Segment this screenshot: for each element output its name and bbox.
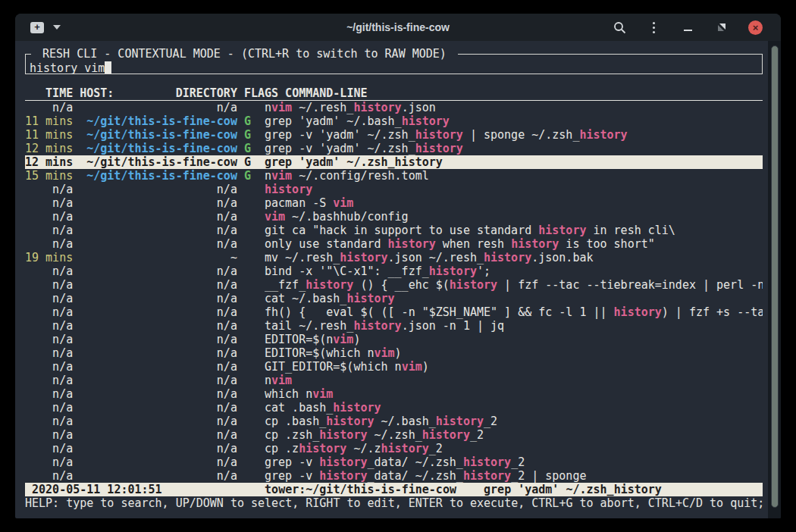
- row-time: n/a: [25, 292, 73, 305]
- history-row[interactable]: n/an/acp .bash_history ~/.bash_history_2: [25, 415, 763, 428]
- row-time: n/a: [25, 319, 73, 333]
- row-time: n/a: [25, 237, 73, 251]
- new-tab-terminal-icon[interactable]: [30, 22, 44, 33]
- status-command: grep 'yadm' ~/.zsh_history: [484, 483, 662, 496]
- history-row[interactable]: n/an/avim ~/.bashhub/config: [25, 210, 763, 224]
- row-command: fh() { eval $( ([ -n "$ZSH_NAME" ] && fc…: [265, 305, 763, 319]
- row-flags: [244, 101, 251, 114]
- row-time: n/a: [25, 305, 73, 319]
- header-directory: DIRECTORY: [176, 86, 237, 100]
- history-row[interactable]: 11 mins~/git/this-is-fine-cowGgrep -v 'y…: [25, 128, 763, 142]
- row-time: 12 mins: [25, 142, 73, 155]
- row-directory: ~/git/this-is-fine-cow: [80, 142, 237, 155]
- history-row[interactable]: n/an/acp .zhistory ~/.zhistory_2: [25, 442, 763, 455]
- row-time: 11 mins: [25, 114, 73, 128]
- history-row[interactable]: n/an/aEDITOR=$(which nvim): [25, 346, 763, 360]
- history-row[interactable]: n/an/anvim: [25, 374, 763, 387]
- row-command: EDITOR=$(nvim): [265, 333, 763, 346]
- row-command: __fzf_history () { __ehc $(history | fzf…: [265, 278, 763, 292]
- row-command: nvim ~/.config/resh.toml: [265, 169, 763, 183]
- row-directory: ~/git/this-is-fine-cow: [80, 169, 237, 183]
- row-directory: ~: [80, 251, 237, 264]
- history-row[interactable]: n/an/anvim ~/.resh_history.json: [25, 101, 763, 114]
- history-row[interactable]: n/an/awhich nvim: [25, 387, 763, 401]
- row-flags: [244, 210, 251, 224]
- row-flags: [244, 333, 251, 346]
- row-command: GIT_EDITOR=$(which nvim): [265, 360, 763, 374]
- row-command: cat ~/.bash_history: [265, 292, 763, 305]
- history-row[interactable]: n/an/atail ~/.resh_history.json -n 1 | j…: [25, 319, 763, 333]
- row-directory: n/a: [80, 264, 237, 278]
- search-icon[interactable]: [612, 20, 627, 35]
- row-flags: [244, 319, 251, 333]
- row-time: n/a: [25, 346, 73, 360]
- history-row[interactable]: 11 mins~/git/this-is-fine-cowGgrep 'yadm…: [25, 114, 763, 128]
- row-command: tail ~/.resh_history.json -n 1 | jq: [265, 319, 763, 333]
- history-row[interactable]: 12 mins~/git/this-is-fine-cowGgrep -v 'y…: [25, 142, 763, 155]
- row-directory: n/a: [80, 210, 237, 224]
- row-directory: n/a: [80, 278, 237, 292]
- text-cursor: [105, 61, 111, 74]
- row-time: 12 mins: [25, 155, 73, 169]
- row-command: nvim ~/.resh_history.json: [265, 101, 763, 114]
- row-command: only use standard history when resh hist…: [265, 237, 763, 251]
- history-row[interactable]: n/an/aEDITOR=$(nvim): [25, 333, 763, 346]
- row-directory: ~/git/this-is-fine-cow: [80, 128, 237, 142]
- history-row[interactable]: n/an/acat ~/.bash_history: [25, 292, 763, 305]
- history-row[interactable]: n/an/a__fzf_history () { __ehc $(history…: [25, 278, 763, 292]
- history-row[interactable]: n/an/afh() { eval $( ([ -n "$ZSH_NAME" ]…: [25, 305, 763, 319]
- scrollbar-track[interactable]: [768, 41, 781, 518]
- restore-icon[interactable]: [714, 20, 729, 35]
- row-flags: [244, 183, 251, 196]
- row-directory: n/a: [80, 469, 237, 483]
- row-directory: ~/git/this-is-fine-cow: [80, 155, 237, 169]
- status-bar: 2020-05-11 12:01:51 tower:~/git/this-is-…: [25, 483, 763, 496]
- row-flags: G: [244, 155, 251, 169]
- scrollbar-thumb[interactable]: [771, 45, 779, 508]
- history-row[interactable]: n/an/agit ca "hack in support to use sta…: [25, 224, 763, 237]
- row-flags: [244, 442, 251, 455]
- row-command: grep -v 'yadm' ~/.zsh_history | sponge ~…: [265, 128, 763, 142]
- history-row[interactable]: n/an/ahistory: [25, 183, 763, 196]
- history-row[interactable]: n/an/aonly use standard history when res…: [25, 237, 763, 251]
- row-flags: [244, 387, 251, 401]
- header-host: HOST:: [80, 86, 114, 100]
- history-row[interactable]: n/an/agrep -v history_data/ ~/.zsh_histo…: [25, 455, 763, 469]
- history-row[interactable]: n/an/acp .zsh_history ~/.zsh_history_2: [25, 428, 763, 442]
- row-directory: n/a: [80, 319, 237, 333]
- search-input[interactable]: history vim: [30, 61, 758, 75]
- row-flags: [244, 278, 251, 292]
- history-row-selected[interactable]: 12 mins~/git/this-is-fine-cowGgrep 'yadm…: [25, 155, 763, 169]
- close-icon[interactable]: ×: [748, 20, 763, 35]
- history-row[interactable]: 15 mins~/git/this-is-fine-cowGnvim ~/.co…: [25, 169, 763, 183]
- row-time: n/a: [25, 387, 73, 401]
- row-directory: n/a: [80, 333, 237, 346]
- history-row[interactable]: n/an/apacman -S vim: [25, 196, 763, 210]
- row-flags: [244, 401, 251, 415]
- row-time: n/a: [25, 401, 73, 415]
- row-command: EDITOR=$(which nvim): [265, 346, 763, 360]
- row-directory: n/a: [80, 428, 237, 442]
- row-time: 15 mins: [25, 169, 73, 183]
- row-time: n/a: [25, 469, 73, 483]
- row-command: cat .bash_history: [265, 401, 763, 415]
- kebab-menu-icon[interactable]: [646, 20, 661, 35]
- row-time: n/a: [25, 374, 73, 387]
- row-flags: [244, 305, 251, 319]
- history-row[interactable]: n/an/aGIT_EDITOR=$(which nvim): [25, 360, 763, 374]
- chevron-down-icon[interactable]: [53, 25, 61, 30]
- row-time: n/a: [25, 360, 73, 374]
- history-row[interactable]: n/an/abind -x '"\C-x1": __fzf_history';: [25, 264, 763, 278]
- row-time: n/a: [25, 196, 73, 210]
- history-row[interactable]: 19 mins~mv ~/.resh_history.json ~/.resh_…: [25, 251, 763, 264]
- minimize-icon[interactable]: [680, 20, 695, 35]
- row-command: nvim: [265, 374, 763, 387]
- row-time: n/a: [25, 415, 73, 428]
- row-directory: n/a: [80, 292, 237, 305]
- history-row[interactable]: n/an/agrep -v history_data/ ~/.zsh_histo…: [25, 469, 763, 483]
- history-row[interactable]: n/an/acat .bash_history: [25, 401, 763, 415]
- row-command: vim ~/.bashhub/config: [265, 210, 763, 224]
- terminal-window: ~/git/this-is-fine-cow × R: [15, 14, 781, 518]
- row-time: n/a: [25, 278, 73, 292]
- row-flags: [244, 455, 251, 469]
